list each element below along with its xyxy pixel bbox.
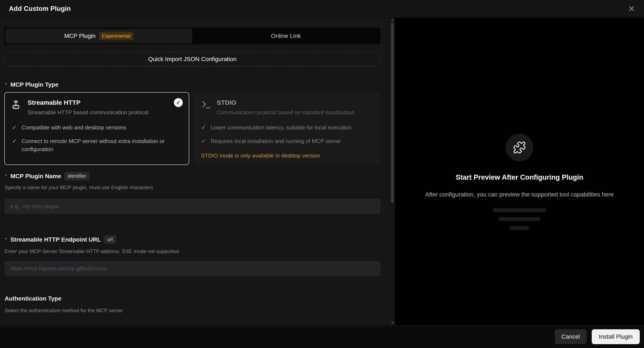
skeleton-bar	[498, 217, 540, 221]
identifier-badge: identifier	[64, 172, 90, 181]
auth-type-help: Select the authentication method for the…	[5, 307, 123, 313]
preview-subtext: After configuration, you can preview the…	[425, 191, 614, 198]
puzzle-icon	[513, 141, 526, 154]
check-icon: ✓	[12, 123, 17, 131]
close-icon[interactable]: ✕	[628, 5, 635, 13]
option-stdio[interactable]: STDIO Communication protocol based on st…	[194, 92, 380, 165]
dialog-footer: Cancel Install Plugin	[0, 325, 644, 348]
auth-type-label-row: Authentication Type	[5, 295, 62, 302]
auth-type-label: Authentication Type	[5, 295, 62, 302]
option-subtitle: Streamable HTTP based communication prot…	[28, 109, 148, 116]
config-form-panel: MCP Plugin Experimental Online Link Quic…	[0, 18, 395, 325]
endpoint-url-label: Streamable HTTP Endpoint URL	[10, 236, 101, 243]
endpoint-url-input[interactable]	[4, 261, 380, 276]
endpoint-url-help: Enter your MCP Server Streamable HTTP ad…	[5, 248, 179, 254]
required-asterisk: *	[5, 173, 7, 180]
scrollbar-thumb[interactable]	[391, 23, 394, 203]
feature-item: ✓ Requires local installation and runnin…	[201, 137, 373, 145]
router-icon	[12, 99, 22, 110]
plugin-type-label-row: * MCP Plugin Type	[5, 81, 58, 88]
plugin-type-label: MCP Plugin Type	[10, 81, 58, 88]
puzzle-icon-circle	[506, 134, 533, 161]
preview-heading: Start Preview After Configuring Plugin	[456, 173, 583, 181]
tab-mcp-plugin[interactable]: MCP Plugin Experimental	[5, 29, 192, 43]
dialog-title: Add Custom Plugin	[9, 5, 71, 13]
tab-online-link-label: Online Link	[271, 33, 301, 39]
plugin-name-label: MCP Plugin Name	[10, 173, 61, 180]
scroll-up-arrow-icon[interactable]	[391, 19, 394, 21]
preview-skeleton	[493, 208, 546, 230]
plugin-type-options: Streamable HTTP Streamable HTTP based co…	[4, 92, 380, 165]
option-title: Streamable HTTP	[28, 99, 148, 106]
check-icon: ✓	[201, 123, 206, 131]
option-title: STDIO	[217, 99, 354, 106]
url-badge: url	[104, 235, 116, 244]
check-icon: ✓	[201, 137, 206, 145]
tab-mcp-plugin-label: MCP Plugin	[64, 33, 96, 39]
option-streamable-http[interactable]: Streamable HTTP Streamable HTTP based co…	[4, 92, 189, 165]
dialog-header: Add Custom Plugin ✕	[0, 0, 644, 18]
skeleton-bar	[493, 208, 546, 212]
endpoint-url-label-row: * Streamable HTTP Endpoint URL url	[5, 235, 116, 244]
tab-online-link[interactable]: Online Link	[192, 29, 380, 43]
option-subtitle: Communication protocol based on standard…	[217, 109, 354, 116]
quick-import-button[interactable]: Quick Import JSON Configuration	[4, 52, 380, 67]
cancel-button[interactable]: Cancel	[555, 329, 586, 344]
stdio-desktop-only-note: STDIO mode is only available in desktop …	[201, 152, 320, 159]
install-plugin-button[interactable]: Install Plugin	[592, 329, 640, 344]
terminal-icon	[201, 99, 212, 110]
feature-item: ✓ Connect to remote MCP server without e…	[12, 137, 182, 153]
plugin-name-help: Specify a name for your MCP plugin, must…	[5, 185, 153, 191]
plugin-name-input[interactable]	[4, 199, 380, 214]
check-icon: ✓	[12, 137, 17, 153]
scroll-down-arrow-icon[interactable]	[391, 322, 394, 324]
selected-check-icon: ✓	[174, 98, 183, 107]
add-custom-plugin-dialog: Add Custom Plugin ✕ MCP Plugin Experimen…	[0, 0, 644, 348]
quick-import-label: Quick Import JSON Configuration	[148, 56, 236, 63]
feature-item: ✓ Lower communication latency, suitable …	[201, 123, 373, 131]
plugin-source-tabs: MCP Plugin Experimental Online Link	[4, 28, 380, 44]
skeleton-bar	[510, 226, 530, 230]
preview-panel: Start Preview After Configuring Plugin A…	[395, 18, 644, 348]
experimental-badge: Experimental	[99, 32, 134, 40]
form-scrollbar[interactable]	[391, 18, 394, 325]
required-asterisk: *	[5, 236, 7, 243]
required-asterisk: *	[5, 81, 7, 88]
plugin-name-label-row: * MCP Plugin Name identifier	[5, 172, 90, 181]
feature-item: ✓ Compatible with web and desktop versio…	[12, 123, 182, 131]
